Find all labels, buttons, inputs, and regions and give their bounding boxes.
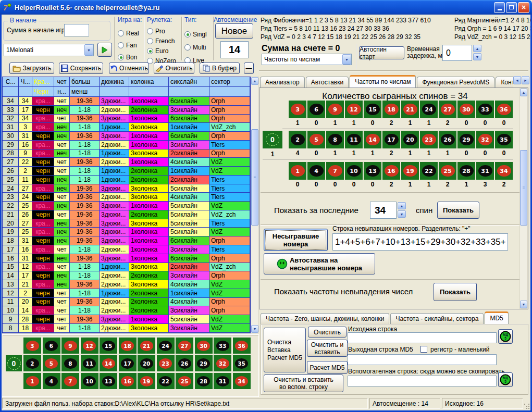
md5-calc-button[interactable]: Расчет MD5 [307, 361, 348, 374]
table-row[interactable]: 928чернчет19-363дюжи...1колонка5сиклайнV… [3, 315, 250, 324]
autospin-start-button[interactable]: Автоспин старт [359, 46, 404, 59]
table-row[interactable]: 3434кра...чет19-363дюжи...1колонка6сикла… [3, 97, 250, 106]
collapse-button[interactable]: — [244, 63, 254, 74]
radio-option-real[interactable]: Real [118, 30, 142, 37]
copy-to-buffer-button[interactable]: В буфер [200, 63, 240, 74]
table-row[interactable]: 1831черннеч19-363дюжи...1колонка6сиклайн… [3, 236, 250, 245]
board-number-cell[interactable]: 8 [61, 355, 79, 371]
md5-calc-icon-button[interactable]: МД 5 [498, 329, 513, 344]
table-row[interactable]: 2511черннеч1-181дюжи...2колонка2сиклайнT… [3, 176, 250, 184]
undo-button[interactable]: Отменить [109, 63, 149, 74]
tab-1[interactable]: Анализатор [260, 77, 305, 88]
board-number-cell[interactable]: 35 [233, 355, 251, 371]
play-button[interactable] [97, 43, 112, 57]
board-number-cell[interactable]: 30 [195, 338, 213, 354]
table-row[interactable]: 1925кра...неч19-363дюжи...1колонка5сикла… [3, 228, 250, 236]
step-down-icon[interactable]: ▼ [398, 210, 406, 218]
column-header[interactable]: сикслайн [169, 77, 209, 87]
board-number-cell[interactable]: 1 [23, 373, 41, 389]
table-row[interactable]: 122чернчет1-181дюжи...2колонка1сиклайнVd… [3, 289, 250, 298]
radio-option-singl[interactable]: Singl [184, 31, 207, 38]
autobet-missed-button[interactable]: Автоставка на несыгравшие номера [264, 253, 375, 274]
board-number-cell[interactable]: 14 [100, 355, 117, 371]
table-row[interactable]: 2225кра...неч19-363дюжи...1колонка5сикла… [3, 202, 250, 210]
board-number-cell[interactable]: 7 [61, 373, 79, 389]
scrollbar-thumb[interactable]: ≡ [520, 150, 527, 226]
table-row[interactable]: 1321кра...неч19-362дюжи...3колонка4сикла… [3, 280, 250, 289]
tab-3[interactable]: MD5 [485, 311, 508, 324]
board-number-cell[interactable]: 23 [157, 355, 175, 371]
load-button[interactable]: Загрузить [9, 63, 54, 74]
new-button[interactable]: Новое [215, 23, 253, 39]
table-row[interactable]: 289кра...неч1-181дюжи...3колонка2сиклайн… [3, 149, 250, 158]
table-row[interactable]: 1120чернчет19-362дюжи...2колонка4сиклайн… [3, 298, 250, 307]
maximize-button[interactable] [506, 2, 517, 13]
chevron-down-icon[interactable]: ▼ [84, 44, 93, 56]
board-number-cell[interactable]: 33 [214, 338, 231, 354]
board-number-cell[interactable]: 26 [176, 355, 193, 371]
table-row[interactable]: 1014кра...чет1-182дюжи...2колонка3сиклай… [3, 306, 250, 315]
table-row[interactable]: 2126чернчет19-363дюжи...2колонка5сиклайн… [3, 210, 250, 219]
missed-numbers-input[interactable] [332, 233, 508, 251]
board-number-cell[interactable]: 16 [119, 373, 137, 389]
panel-scrollbar[interactable]: ▲ ≡ ▼ [519, 88, 528, 309]
table-row[interactable]: 1716кра...чет1-182дюжи...1колонка3сиклай… [3, 245, 250, 254]
scroll-down-icon[interactable]: ▼ [251, 325, 258, 333]
scrollbar-thumb[interactable]: ≡ [251, 129, 258, 226]
board-number-cell[interactable]: 36 [233, 338, 251, 354]
scroll-down-icon[interactable]: ▼ [520, 301, 527, 308]
column-header[interactable] [129, 87, 169, 97]
tab-1[interactable]: Частота - Zero, шансы, дюжины, колонки [261, 313, 389, 324]
md5-calc-aux-icon-button[interactable]: МД 5 [498, 372, 513, 387]
column-header[interactable]: Ч... [19, 77, 32, 87]
tab-5[interactable]: Контроль банкро [496, 77, 513, 88]
column-header[interactable]: менш [70, 87, 100, 97]
close-button[interactable]: × [518, 2, 529, 13]
table-row[interactable]: 1512кра...чет1-181дюжи...3колонка2сиклай… [3, 263, 250, 272]
show-frequencies-button[interactable]: Показать [434, 283, 477, 301]
table-row[interactable]: 818кра...чет1-182дюжи...3колонка3сиклайн… [3, 324, 250, 333]
table-row[interactable]: 3031черннеч19-363дюжи...1колонка6сиклайн… [3, 132, 250, 141]
step-up-icon[interactable]: ▲ [398, 202, 406, 209]
lowercase-checkbox[interactable] [420, 346, 427, 353]
column-header[interactable] [169, 87, 209, 97]
table-row[interactable]: 2722чернчет19-362дюжи...1колонка4сиклайн… [3, 158, 250, 167]
board-number-cell[interactable]: 32 [214, 355, 231, 371]
tab-2[interactable]: Автоставки [306, 77, 349, 88]
table-row[interactable]: 2027кра...неч19-363дюжи...3колонка5сикла… [3, 219, 250, 228]
radio-option-fan[interactable]: Fan [118, 42, 142, 49]
radio-option-pro[interactable]: Pro [147, 28, 176, 35]
table-row[interactable]: 3317черннеч1-182дюжи...2колонка3сиклайнO… [3, 106, 250, 115]
radio-option-bon[interactable]: Bon [118, 54, 142, 61]
column-header[interactable] [209, 87, 250, 97]
board-number-cell[interactable]: 15 [100, 338, 117, 354]
column-header[interactable]: Кра... [32, 77, 54, 87]
show-button[interactable]: Показать [437, 202, 479, 219]
save-button[interactable]: Сохранить [59, 63, 103, 74]
board-number-cell[interactable]: 2 [23, 355, 41, 371]
delay-value[interactable]: 0 [442, 45, 472, 61]
scroll-left-icon[interactable]: ◄ [513, 76, 521, 84]
table-row[interactable]: 2324чернчет19-362дюжи...3колонка4сиклайн… [3, 193, 250, 202]
board-number-cell[interactable]: 6 [43, 338, 60, 354]
scroll-up-icon[interactable]: ▲ [251, 77, 258, 85]
radio-option-euro[interactable]: Euro [147, 47, 176, 55]
table-row[interactable]: 1631черннеч19-363дюжи...1колонка6сиклайн… [3, 254, 250, 263]
chevron-down-icon[interactable]: ▼ [342, 54, 351, 65]
minimize-button[interactable] [494, 2, 505, 13]
board-number-cell[interactable]: 4 [43, 373, 60, 389]
table-row[interactable]: 1417черннеч1-182дюжи...2колонка3сиклайнO… [3, 271, 250, 280]
column-header[interactable]: дюжина [100, 77, 129, 87]
preset-dropdown[interactable]: 1Melonati ▼ [4, 44, 94, 56]
board-number-cell[interactable]: 21 [138, 338, 155, 354]
board-zero-cell[interactable]: 0 [6, 355, 22, 371]
column-header[interactable]: чет [54, 77, 70, 87]
board-number-cell[interactable]: 3 [23, 338, 41, 354]
board-number-cell[interactable]: 9 [61, 338, 79, 354]
board-number-cell[interactable]: 22 [157, 373, 175, 389]
tab-2[interactable]: Частота - сиклайны, сектора [390, 313, 484, 324]
mode-dropdown[interactable]: Частоты по числам ▼ [262, 54, 352, 65]
tab-4[interactable]: Функционал PsevdoMS [417, 77, 494, 88]
radio-option-french[interactable]: French [147, 38, 176, 45]
board-number-cell[interactable]: 18 [119, 338, 137, 354]
